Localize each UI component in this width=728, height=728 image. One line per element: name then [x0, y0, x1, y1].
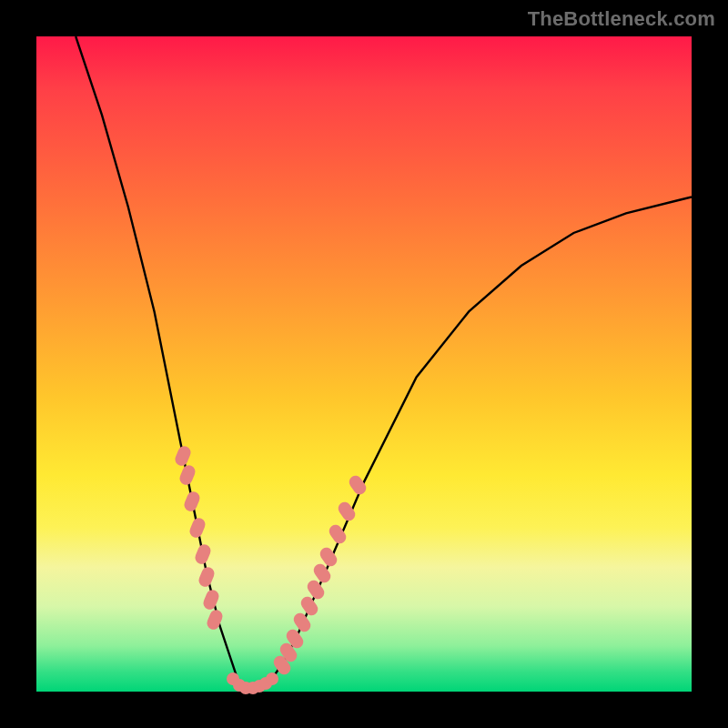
plot-area	[36, 36, 692, 692]
bottleneck-curve	[36, 36, 692, 692]
highlight-dot	[266, 672, 278, 685]
watermark-label: TheBottleneck.com	[528, 7, 715, 31]
figure-root: TheBottleneck.com	[0, 0, 728, 728]
curve-path	[76, 36, 692, 692]
